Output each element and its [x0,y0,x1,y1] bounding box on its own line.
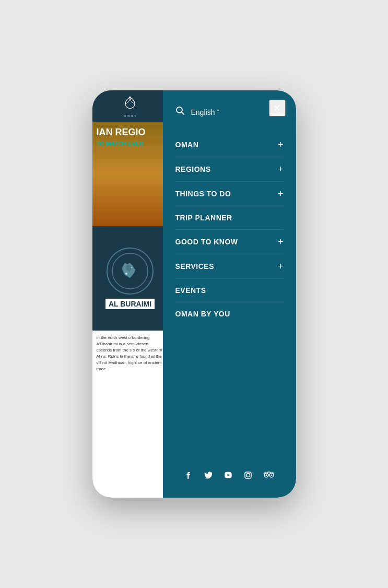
nav-overlay: × English ˅ OMAN+REGIONS+THINGS TO DO+TR… [163,90,296,498]
youtube-icon[interactable] [224,471,233,482]
nav-item[interactable]: TRIP PLANNER [175,206,284,230]
hero-text-2: TO MATCH EVER [97,140,146,147]
nav-item-plus-icon: + [278,237,284,246]
logo: oman [122,95,138,118]
svg-point-12 [271,475,273,476]
body-text: in the north-west o bordering A'Dhahir m… [97,335,164,372]
nav-item-label: OMAN [175,140,199,149]
nav-item[interactable]: THINGS TO DO+ [175,182,284,206]
nav-social [175,470,284,482]
svg-point-2 [125,273,127,275]
page-background: oman IAN REGIO TO MATCH EVER AL BURAIMI [92,90,168,498]
nav-item-label: SERVICES [175,262,215,271]
svg-point-3 [131,267,133,268]
nav-item-label: OMAN BY YOU [175,310,230,318]
hero-section: IAN REGIO TO MATCH EVER [92,122,168,226]
nav-item-label: EVENTS [175,286,206,295]
nav-item[interactable]: GOOD TO KNOW+ [175,230,284,254]
language-label: English [191,108,215,116]
logo-icon [122,95,138,112]
nav-search-row: English ˅ [175,106,284,118]
nav-item-plus-icon: + [278,262,284,271]
nav-item-plus-icon: + [278,140,284,149]
facebook-icon[interactable] [184,471,193,482]
nav-item[interactable]: OMAN BY YOU [175,302,284,325]
svg-point-7 [246,473,250,477]
region-name: AL BURAIMI [105,299,155,309]
page-header: oman [92,90,168,122]
hero-text-1: IAN REGIO [97,127,146,138]
nav-item[interactable]: OMAN+ [175,133,284,157]
map-circle [107,248,154,295]
map-section: AL BURAIMI [92,226,168,331]
language-selector[interactable]: English ˅ [191,108,220,116]
nav-item-plus-icon: + [278,164,284,174]
twitter-icon[interactable] [204,471,213,482]
nav-item[interactable]: SERVICES+ [175,254,284,279]
nav-item-label: TRIP PLANNER [175,214,232,222]
nav-item[interactable]: EVENTS [175,279,284,302]
nav-item[interactable]: REGIONS+ [175,157,284,182]
svg-point-11 [266,475,267,476]
svg-line-5 [181,112,184,115]
phone-container: oman IAN REGIO TO MATCH EVER AL BURAIMI [92,90,296,498]
nav-item-label: GOOD TO KNOW [175,238,238,246]
nav-items: OMAN+REGIONS+THINGS TO DO+TRIP PLANNERGO… [175,133,284,460]
close-button[interactable]: × [269,100,286,116]
logo-text: oman [124,113,136,118]
nav-item-plus-icon: + [278,189,284,198]
svg-point-8 [250,473,251,474]
tripadvisor-icon[interactable] [263,470,275,482]
svg-point-0 [130,96,131,98]
chevron-down-icon: ˅ [217,109,219,115]
nav-item-label: THINGS TO DO [175,190,231,198]
search-icon[interactable] [175,106,185,118]
instagram-icon[interactable] [243,471,253,482]
page-body: in the north-west o bordering A'Dhahir m… [92,331,168,498]
nav-item-label: REGIONS [175,165,211,173]
